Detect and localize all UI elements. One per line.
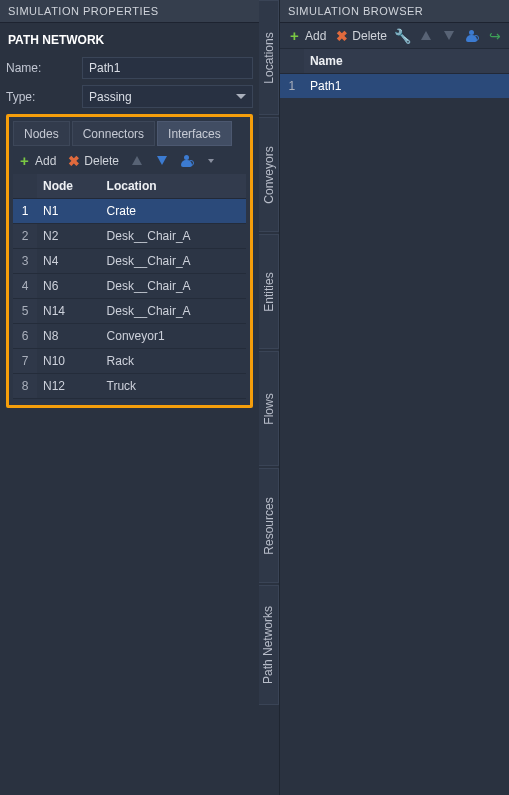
chevron-down-icon: [236, 94, 246, 99]
more-button[interactable]: [200, 157, 218, 165]
bcol-name[interactable]: Name: [304, 49, 509, 74]
col-location[interactable]: Location: [101, 174, 246, 199]
interfaces-toolbar: + Add ✖ Delete: [13, 149, 246, 174]
arrow-up-icon: [132, 156, 142, 165]
vtab-entities[interactable]: Entities: [259, 234, 279, 349]
person-search-icon: [181, 155, 193, 167]
simulation-properties-panel: SIMULATION PROPERTIES PATH NETWORK Name:…: [0, 0, 259, 795]
arrow-down-icon: [444, 31, 454, 40]
row-index: 5: [13, 299, 37, 324]
table-row[interactable]: 6N8Conveyor1: [13, 324, 246, 349]
share-icon: ↪: [487, 28, 502, 43]
browser-delete-label: Delete: [352, 29, 387, 43]
tab-interfaces[interactable]: Interfaces: [157, 121, 232, 146]
plus-icon: +: [17, 153, 32, 168]
table-row[interactable]: 5N14Desk__Chair_A: [13, 299, 246, 324]
type-value: Passing: [89, 90, 132, 104]
caret-down-icon: [208, 159, 214, 163]
row-index: 1: [280, 74, 304, 99]
vtab-flows[interactable]: Flows: [259, 351, 279, 466]
person-search-icon: [466, 30, 478, 42]
table-row[interactable]: 3N4Desk__Chair_A: [13, 249, 246, 274]
browser-header: SIMULATION BROWSER: [280, 0, 509, 23]
properties-header: SIMULATION PROPERTIES: [0, 0, 259, 23]
type-label: Type:: [6, 90, 82, 104]
row-index: 8: [13, 374, 37, 399]
move-down-button[interactable]: [150, 151, 173, 170]
browser-settings-button[interactable]: 🔧: [392, 26, 413, 45]
table-row[interactable]: 7N10Rack: [13, 349, 246, 374]
delete-label: Delete: [84, 154, 119, 168]
type-select[interactable]: Passing: [82, 85, 253, 108]
interfaces-table: Node Location 1N1Crate2N2Desk__Chair_A3N…: [13, 174, 246, 399]
cell-location[interactable]: Desk__Chair_A: [101, 274, 246, 299]
row-index: 7: [13, 349, 37, 374]
table-row[interactable]: 8N12Truck: [13, 374, 246, 399]
cell-location[interactable]: Desk__Chair_A: [101, 249, 246, 274]
cell-node[interactable]: N12: [37, 374, 101, 399]
name-label: Name:: [6, 61, 82, 75]
browser-delete-button[interactable]: ✖ Delete: [331, 26, 390, 45]
cell-node[interactable]: N4: [37, 249, 101, 274]
cell-node[interactable]: N1: [37, 199, 101, 224]
x-icon: ✖: [66, 153, 81, 168]
table-row[interactable]: 1N1Crate: [13, 199, 246, 224]
col-node[interactable]: Node: [37, 174, 101, 199]
delete-button[interactable]: ✖ Delete: [62, 151, 123, 170]
row-index: 4: [13, 274, 37, 299]
arrow-down-icon: [157, 156, 167, 165]
browser-move-down-button[interactable]: [438, 26, 459, 45]
cell-location[interactable]: Desk__Chair_A: [101, 224, 246, 249]
cell-node[interactable]: N6: [37, 274, 101, 299]
browser-find-button[interactable]: [461, 26, 482, 45]
table-row[interactable]: 1Path1: [280, 74, 509, 99]
cell-location[interactable]: Desk__Chair_A: [101, 299, 246, 324]
add-button[interactable]: + Add: [13, 151, 60, 170]
simulation-browser-panel: SIMULATION BROWSER + Add ✖ Delete 🔧 ↪ Na…: [279, 0, 509, 795]
row-index: 2: [13, 224, 37, 249]
vtab-pathnetworks[interactable]: Path Networks: [259, 585, 279, 705]
browser-add-label: Add: [305, 29, 326, 43]
cell-location[interactable]: Truck: [101, 374, 246, 399]
vtab-conveyors[interactable]: Conveyors: [259, 117, 279, 232]
find-button[interactable]: [175, 151, 198, 170]
col-index: [13, 174, 37, 199]
tab-connectors[interactable]: Connectors: [72, 121, 155, 146]
cell-location[interactable]: Crate: [101, 199, 246, 224]
cell-node[interactable]: N14: [37, 299, 101, 324]
move-up-button[interactable]: [125, 151, 148, 170]
cell-location[interactable]: Conveyor1: [101, 324, 246, 349]
interfaces-group: Nodes Connectors Interfaces + Add ✖ Dele…: [6, 114, 253, 408]
browser-move-up-button[interactable]: [415, 26, 436, 45]
browser-share-button[interactable]: ↪: [484, 26, 505, 45]
tab-nodes[interactable]: Nodes: [13, 121, 70, 146]
cell-node[interactable]: N2: [37, 224, 101, 249]
cell-node[interactable]: N8: [37, 324, 101, 349]
category-tabs: Locations Conveyors Entities Flows Resou…: [259, 0, 279, 795]
table-row[interactable]: 2N2Desk__Chair_A: [13, 224, 246, 249]
section-title: PATH NETWORK: [6, 27, 253, 57]
browser-table: Name 1Path1: [280, 49, 509, 98]
cell-node[interactable]: N10: [37, 349, 101, 374]
x-icon: ✖: [334, 28, 349, 43]
vtab-locations[interactable]: Locations: [259, 0, 279, 115]
cell-location[interactable]: Rack: [101, 349, 246, 374]
add-label: Add: [35, 154, 56, 168]
browser-add-button[interactable]: + Add: [284, 26, 329, 45]
cell-name[interactable]: Path1: [304, 74, 509, 99]
wrench-icon: 🔧: [395, 28, 410, 43]
row-index: 3: [13, 249, 37, 274]
plus-icon: +: [287, 28, 302, 43]
arrow-up-icon: [421, 31, 431, 40]
vtab-resources[interactable]: Resources: [259, 468, 279, 583]
row-index: 6: [13, 324, 37, 349]
bcol-index: [280, 49, 304, 74]
table-row[interactable]: 4N6Desk__Chair_A: [13, 274, 246, 299]
browser-toolbar: + Add ✖ Delete 🔧 ↪: [280, 23, 509, 49]
row-index: 1: [13, 199, 37, 224]
name-input[interactable]: [82, 57, 253, 79]
